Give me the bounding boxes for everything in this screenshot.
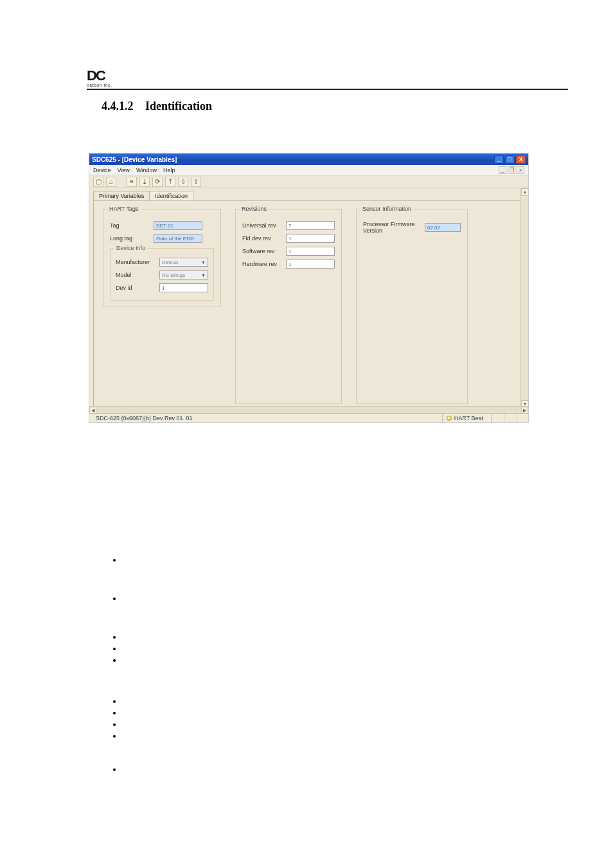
section-number: 4.4.1.2 bbox=[102, 100, 134, 112]
status-left: SDC-625 {0x6087}{b} Dev Rev 01. 01 bbox=[92, 414, 197, 422]
status-hart-beat: HART Beat bbox=[442, 414, 487, 422]
app-window: SDC625 - [Device Variables] _ □ X Device… bbox=[89, 153, 529, 423]
menu-view[interactable]: View bbox=[118, 167, 130, 173]
group-revisions: Revisions Universal rev 7 Fld dev rev 1 … bbox=[235, 209, 342, 404]
menu-help[interactable]: Help bbox=[163, 167, 175, 173]
bullet-mark bbox=[113, 723, 116, 726]
label-model: Model bbox=[116, 272, 155, 278]
toolbar-download-icon[interactable]: ⤓ bbox=[139, 177, 150, 187]
tab-row: Primary Variables Identification bbox=[89, 188, 528, 200]
toolbar-down-icon[interactable]: ⇩ bbox=[178, 177, 188, 187]
select-manufacturer-value: Detcon bbox=[162, 260, 178, 265]
toolbar-refresh-icon[interactable]: ⟳ bbox=[152, 177, 163, 187]
select-model-value: RS Bridge bbox=[162, 272, 185, 278]
toolbar-upload-icon[interactable]: ⤒ bbox=[165, 177, 175, 187]
maximize-button[interactable]: □ bbox=[505, 155, 515, 164]
bullet-mark bbox=[113, 768, 116, 771]
bullet-mark bbox=[113, 559, 116, 562]
bullet-mark bbox=[113, 700, 116, 703]
tab-identification[interactable]: Identification bbox=[149, 191, 193, 200]
label-tag: Tag bbox=[110, 222, 150, 229]
status-hart-beat-label: HART Beat bbox=[454, 415, 483, 421]
mdi-minimize-button[interactable]: _ bbox=[499, 166, 506, 174]
label-manufacturer: Manufacturer bbox=[116, 259, 155, 265]
scroll-up-icon[interactable]: ▲ bbox=[521, 188, 529, 196]
toolbar: ▢ ⌂ ≡ ⤓ ⟳ ⤒ ⇩ ⇧ bbox=[89, 175, 528, 188]
titlebar[interactable]: SDC625 - [Device Variables] _ □ X bbox=[89, 154, 528, 165]
label-software-rev: Software rev bbox=[242, 248, 282, 254]
group-sensor-info: Sensor Information Processor Firmware Ve… bbox=[356, 209, 468, 404]
section-heading: 4.4.1.2 Identification bbox=[102, 100, 212, 113]
scroll-right-icon[interactable]: ▶ bbox=[521, 407, 528, 414]
input-tag[interactable]: DET 01 bbox=[154, 221, 202, 230]
section-title-text: Identification bbox=[145, 100, 212, 112]
label-long-tag: Long tag bbox=[110, 235, 150, 242]
bullet-mark bbox=[113, 735, 116, 738]
scrollbar-vertical[interactable]: ▲ ▼ bbox=[520, 188, 528, 408]
status-cell-empty-2 bbox=[504, 414, 513, 422]
legend-device-info: Device Info bbox=[114, 245, 147, 251]
chevron-down-icon: ▼ bbox=[201, 260, 206, 265]
scroll-left-icon[interactable]: ◀ bbox=[89, 407, 96, 414]
doc-header: DC detcon inc. bbox=[87, 67, 568, 87]
hart-beat-icon bbox=[447, 416, 452, 421]
legend-revisions: Revisions bbox=[240, 206, 269, 212]
legend-sensor-info: Sensor Information bbox=[360, 206, 413, 212]
bullet-mark bbox=[113, 712, 116, 714]
mdi-restore-button[interactable]: ❐ bbox=[508, 166, 515, 174]
bullet-mark bbox=[113, 659, 116, 662]
input-universal-rev[interactable]: 7 bbox=[286, 221, 335, 230]
toolbar-home-icon[interactable]: ⌂ bbox=[106, 177, 116, 187]
menu-device[interactable]: Device bbox=[93, 167, 111, 173]
col-left: HART Tags Tag DET 01 Long tag Gato of th… bbox=[103, 209, 221, 404]
select-manufacturer[interactable]: Detcon ▼ bbox=[159, 258, 208, 267]
toolbar-up-icon[interactable]: ⇧ bbox=[191, 177, 201, 187]
bullet-mark bbox=[113, 598, 116, 600]
status-cell-empty-1 bbox=[491, 414, 500, 422]
input-hardware-rev[interactable]: 1 bbox=[286, 260, 335, 269]
window-title: SDC625 - [Device Variables] bbox=[92, 156, 177, 163]
status-cell-empty-3 bbox=[517, 414, 526, 422]
chevron-down-icon: ▼ bbox=[201, 273, 206, 278]
tab-panel: HART Tags Tag DET 01 Long tag Gato of th… bbox=[93, 200, 524, 412]
logo-glyph: DC bbox=[87, 67, 112, 84]
label-proc-fw: Processor Firmware Version bbox=[363, 221, 421, 234]
statusbar: SDC-625 {0x6087}{b} Dev Rev 01. 01 HART … bbox=[89, 413, 528, 422]
input-proc-fw[interactable]: 02.02 bbox=[425, 223, 461, 232]
close-button[interactable]: X bbox=[516, 155, 526, 164]
label-dev-id: Dev id bbox=[116, 285, 155, 291]
label-fld-dev-rev: Fld dev rev bbox=[242, 235, 282, 242]
label-hardware-rev: Hardware rev bbox=[242, 261, 282, 267]
input-software-rev[interactable]: 1 bbox=[286, 247, 335, 256]
label-universal-rev: Universal rev bbox=[242, 222, 282, 229]
legend-hart-tags: HART Tags bbox=[107, 206, 141, 212]
scrollbar-horizontal[interactable]: ◀ ▶ bbox=[89, 406, 528, 413]
input-fld-dev-rev[interactable]: 1 bbox=[286, 234, 335, 243]
logo-subtext: detcon inc. bbox=[87, 83, 112, 87]
mdi-close-button[interactable]: x bbox=[517, 166, 524, 174]
menubar: Device View Window Help _ ❐ x bbox=[89, 165, 528, 175]
input-long-tag[interactable]: Gato of the EDD bbox=[154, 234, 202, 243]
bullet-mark bbox=[113, 648, 116, 650]
toolbar-new-icon[interactable]: ▢ bbox=[93, 177, 103, 187]
header-rule bbox=[87, 89, 568, 90]
brand-logo: DC detcon inc. bbox=[87, 67, 112, 87]
group-hart-tags: HART Tags Tag DET 01 Long tag Gato of th… bbox=[103, 209, 221, 306]
minimize-button[interactable]: _ bbox=[494, 155, 504, 164]
input-dev-id[interactable]: 1 bbox=[159, 283, 208, 292]
toolbar-list-icon[interactable]: ≡ bbox=[127, 177, 137, 187]
tab-primary-variables[interactable]: Primary Variables bbox=[93, 191, 150, 200]
bullet-mark bbox=[113, 636, 116, 639]
menu-window[interactable]: Window bbox=[136, 167, 157, 173]
group-device-info: Device Info Manufacturer Detcon ▼ Model … bbox=[110, 248, 214, 301]
select-model[interactable]: RS Bridge ▼ bbox=[159, 270, 208, 279]
